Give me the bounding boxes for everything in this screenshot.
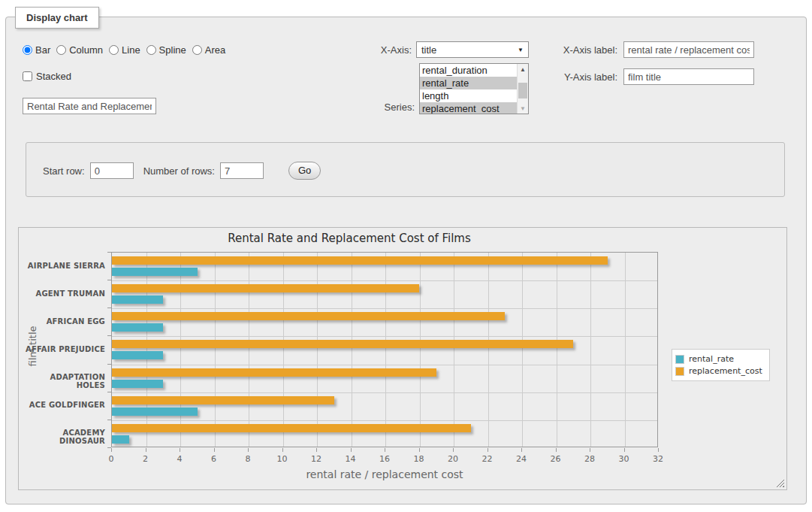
series-option-replacement_cost[interactable]: replacement_cost	[420, 102, 517, 114]
x-tick-mark	[282, 448, 283, 452]
x-tick-mark	[214, 448, 215, 452]
chart-type-option-area[interactable]: Area	[192, 44, 225, 56]
axis-labels-column: X-Axis label: Y-Axis label:	[562, 41, 754, 95]
x-tick-mark	[658, 448, 659, 452]
y-axis-category-label: ACE GOLDFINGER	[19, 401, 105, 409]
chart-type-text: Spline	[159, 44, 186, 56]
bar-rental_rate	[112, 380, 163, 388]
x-tick-mark	[351, 448, 352, 452]
chart-type-option-spline[interactable]: Spline	[146, 44, 186, 56]
x-axis-label-input[interactable]	[623, 41, 754, 58]
y-tick-mark	[107, 252, 111, 253]
num-rows-label: Number of rows:	[143, 165, 215, 177]
x-tick-label: 16	[370, 454, 400, 464]
chart-type-text: Area	[205, 44, 225, 56]
gridline	[317, 253, 318, 447]
bar-rental_rate	[112, 268, 198, 276]
chart-type-radio-area[interactable]	[192, 45, 202, 55]
stacked-row: Stacked	[23, 71, 346, 82]
legend-item-rental_rate: rental_rate	[675, 354, 762, 364]
x-tick-mark	[111, 448, 112, 452]
chart-title-input[interactable]	[23, 98, 156, 114]
gridline	[112, 365, 657, 365]
x-tick-label: 20	[438, 454, 468, 464]
gridline	[180, 253, 181, 447]
chart-type-radio-spline[interactable]	[146, 45, 156, 55]
x-tick-mark	[556, 448, 557, 452]
gridline	[352, 253, 352, 447]
gridline	[146, 253, 147, 447]
y-tick-mark	[107, 280, 111, 280]
x-tick-label: 24	[506, 454, 536, 464]
x-tick-label: 26	[541, 454, 571, 464]
chart-type-option-line[interactable]: Line	[109, 44, 140, 56]
bar-rental_rate	[112, 323, 163, 332]
chart-type-radios: BarColumnLineSplineArea	[23, 44, 346, 56]
gridline	[420, 253, 421, 447]
stacked-label: Stacked	[36, 71, 71, 82]
chart-type-column: BarColumnLineSplineArea Stacked	[17, 41, 346, 114]
x-axis-label-caption: X-Axis label:	[562, 41, 623, 58]
gridline	[522, 253, 523, 447]
x-tick-label: 32	[643, 454, 673, 464]
row-range-fieldset: Start row: Number of rows: Go	[26, 142, 785, 197]
bar-replacement_cost	[112, 396, 334, 404]
x-tick-mark	[453, 448, 454, 452]
series-row: Series: rental_durationrental_ratelength…	[346, 63, 529, 114]
legend-label: rental_rate	[689, 354, 734, 364]
x-tick-mark	[488, 448, 488, 452]
stacked-option[interactable]: Stacked	[23, 71, 71, 82]
go-button[interactable]: Go	[288, 162, 321, 180]
fieldset-legend: Display chart	[15, 7, 99, 29]
gridline	[454, 253, 454, 447]
y-axis-category-label: ACADEMY DINOSAUR	[19, 429, 105, 445]
chevron-down-icon: ▼	[518, 47, 524, 53]
series-option-rental_duration[interactable]: rental_duration	[420, 64, 517, 77]
scrollbar-track[interactable]	[518, 74, 528, 103]
y-axis-category-label: AIRPLANE SIERRA	[19, 262, 105, 270]
stacked-checkbox[interactable]	[23, 71, 32, 81]
scrollbar-thumb[interactable]	[518, 83, 527, 98]
bar-replacement_cost	[112, 284, 419, 292]
y-axis-category-label: AGENT TRUMAN	[19, 289, 105, 298]
bar-replacement_cost	[112, 312, 505, 320]
x-tick-mark	[248, 448, 249, 452]
num-rows-input[interactable]	[220, 162, 264, 179]
gridline	[112, 392, 657, 393]
plot-area	[111, 252, 658, 447]
chart-type-option-bar[interactable]: Bar	[23, 44, 50, 56]
gridline	[215, 253, 216, 447]
chart-type-radio-line[interactable]	[109, 45, 119, 55]
y-tick-mark	[107, 392, 111, 392]
bar-rental_rate	[112, 295, 163, 304]
gridline	[112, 280, 657, 281]
series-option-length[interactable]: length	[420, 89, 517, 102]
chart-type-radio-column[interactable]	[56, 45, 66, 55]
x-tick-mark	[590, 448, 590, 452]
chart-type-radio-bar[interactable]	[23, 45, 32, 55]
x-tick-label: 2	[131, 454, 161, 464]
y-axis-label-input[interactable]	[623, 68, 754, 85]
scroll-up-icon[interactable]: ▲	[518, 64, 528, 74]
gridline	[112, 336, 657, 337]
x-tick-mark	[385, 448, 385, 452]
legend-item-replacement_cost: replacement_cost	[675, 366, 762, 376]
x-tick-label: 18	[404, 454, 434, 464]
chart-type-option-column[interactable]: Column	[56, 44, 103, 56]
series-listbox[interactable]: rental_durationrental_ratelengthreplacem…	[419, 63, 529, 114]
chart-type-text: Bar	[35, 44, 50, 56]
gridline	[249, 253, 249, 447]
x-tick-label: 14	[336, 454, 366, 464]
y-axis-category-label: ADAPTATION HOLES	[19, 373, 105, 389]
bar-rental_rate	[112, 407, 198, 416]
series-option-rental_rate[interactable]: rental_rate	[420, 77, 517, 89]
series-scrollbar[interactable]: ▲ ▼	[517, 64, 528, 114]
x-tick-label: 6	[199, 454, 229, 464]
scroll-down-icon[interactable]: ▼	[518, 103, 528, 114]
x-tick-mark	[624, 448, 625, 452]
resize-handle-icon[interactable]	[776, 479, 784, 487]
x-tick-label: 4	[165, 454, 195, 464]
x-axis-select[interactable]: title ▼	[416, 41, 529, 58]
start-row-input[interactable]	[90, 162, 134, 179]
chart-container: Rental Rate and Replacement Cost of Film…	[18, 227, 787, 490]
